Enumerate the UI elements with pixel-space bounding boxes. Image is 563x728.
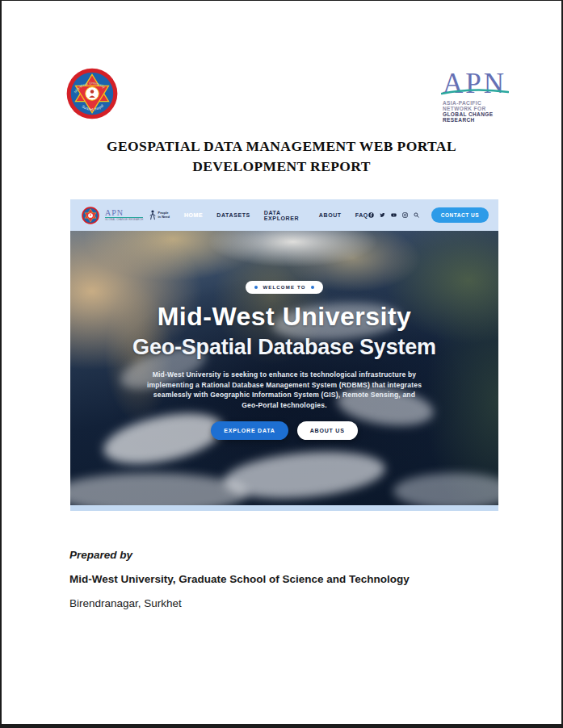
organization-line: Mid-West University, Graduate School of … [69, 573, 410, 585]
facebook-icon[interactable] [368, 211, 374, 219]
hero-description: Mid-West University is seeking to enhanc… [145, 370, 424, 410]
apn-logo: APN ASIA-PACIFIC NETWORK FOR GLOBAL CHAN… [443, 70, 509, 112]
apn-tagline-1: ASIA-PACIFIC NETWORK FOR [443, 100, 509, 111]
report-title-line2: DEVELOPMENT REPORT [2, 157, 561, 177]
report-title-line1: GEOSPATIAL DATA MANAGEMENT WEB PORTAL [2, 136, 561, 157]
nav-link-datasets[interactable]: DATASETS [216, 212, 250, 218]
site-partner-logo: People in Need [149, 210, 169, 220]
cloud-decoration [70, 473, 248, 505]
hero-title: Mid-West University [70, 302, 498, 332]
site-university-logo-icon [82, 207, 99, 224]
website-screenshot: APN GLOBAL CHANGE RESEARCH People in Nee… [70, 199, 498, 511]
badge-dot-left [254, 286, 258, 289]
report-page: Mid-West University Surkhet, Nepal APN A… [2, 1, 561, 724]
university-logo: Mid-West University Surkhet, Nepal [66, 68, 118, 119]
badge-dot-right [311, 286, 314, 289]
cloud-decoration [393, 473, 498, 505]
contact-us-button[interactable]: CONTACT US [431, 207, 489, 223]
nav-link-faq[interactable]: FAQ [355, 212, 368, 218]
hero-subtitle: Geo-Spatial Database System [70, 335, 498, 360]
university-logo-icon: Mid-West University Surkhet, Nepal [66, 68, 118, 119]
apn-tagline-2: GLOBAL CHANGE RESEARCH [443, 111, 509, 123]
report-title: GEOSPATIAL DATA MANAGEMENT WEB PORTAL DE… [2, 136, 561, 177]
welcome-badge-label: WELCOME TO [263, 285, 305, 290]
nav-link-about[interactable]: ABOUT [319, 212, 342, 218]
site-navbar: APN GLOBAL CHANGE RESEARCH People in Nee… [70, 199, 498, 231]
explore-data-button[interactable]: EXPLORE DATA [211, 421, 288, 440]
prepared-by-label: Prepared by [69, 549, 132, 561]
site-nav-right: CONTACT US [368, 207, 489, 223]
site-nav-links: HOME DATASETS DATA EXPLORER ABOUT FAQ [184, 210, 368, 221]
site-apn-acronym: APN [105, 209, 143, 218]
hero-content: WELCOME TO Mid-West University Geo-Spati… [70, 231, 498, 440]
person-icon [149, 210, 156, 220]
screenshot-bottom-strip [70, 505, 498, 511]
instagram-icon[interactable] [402, 211, 408, 219]
location-line: Birendranagar, Surkhet [69, 597, 182, 609]
youtube-icon[interactable] [391, 211, 397, 219]
site-apn-logo: APN GLOBAL CHANGE RESEARCH [105, 209, 143, 222]
about-us-button[interactable]: ABOUT US [297, 421, 358, 440]
twitter-icon[interactable] [380, 211, 385, 219]
nav-link-home[interactable]: HOME [184, 212, 203, 218]
nav-link-data-explorer[interactable]: DATA EXPLORER [264, 210, 305, 221]
search-icon[interactable] [414, 211, 419, 219]
hero-buttons: EXPLORE DATA ABOUT US [70, 421, 498, 440]
welcome-badge: WELCOME TO [246, 281, 322, 294]
partner-logo-text-line2: in Need [158, 215, 169, 220]
site-apn-tagline: GLOBAL CHANGE RESEARCH [105, 219, 143, 221]
apn-swoosh-icon [441, 86, 509, 98]
site-hero: WELCOME TO Mid-West University Geo-Spati… [70, 231, 498, 505]
